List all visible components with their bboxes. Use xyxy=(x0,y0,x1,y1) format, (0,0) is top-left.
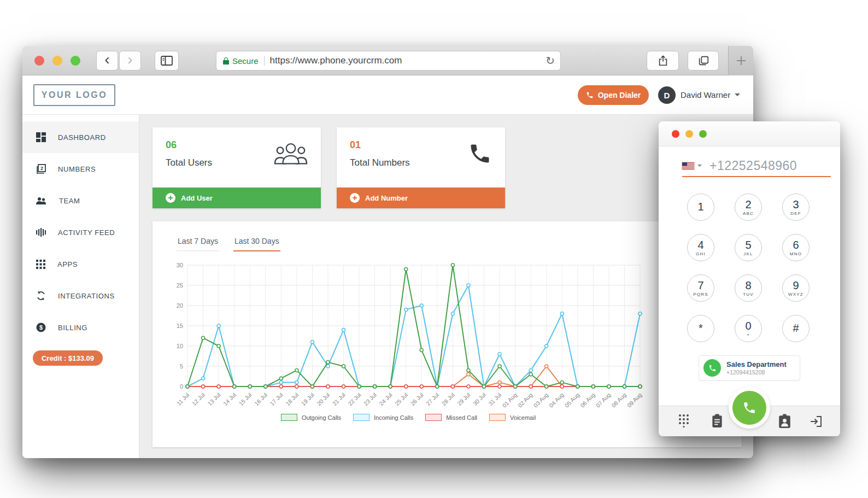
dialpad-key-hash[interactable]: # xyxy=(782,315,810,342)
user-avatar[interactable]: D xyxy=(658,86,676,104)
legend-item[interactable]: Voicemail xyxy=(489,414,536,421)
app-body: DASHBOARD 2 NUMBERS TEAM ACTIVITY FEED A… xyxy=(22,115,753,458)
sidebar-item-label: TEAM xyxy=(59,197,80,205)
svg-text:5: 5 xyxy=(180,363,183,370)
call-log-icon[interactable] xyxy=(711,414,723,428)
dialpad-key-star[interactable]: * xyxy=(687,315,714,342)
svg-text:08 Aug: 08 Aug xyxy=(610,391,627,409)
legend-item[interactable]: Missed Call xyxy=(425,414,477,421)
contact-card[interactable]: Sales Department +12094415208 xyxy=(699,355,800,380)
user-menu[interactable]: David Warner xyxy=(681,90,740,99)
toggle-sidebar-button[interactable] xyxy=(155,51,179,71)
sidebar-item-activity-feed[interactable]: ACTIVITY FEED xyxy=(22,216,139,248)
dialpad-key-8[interactable]: 8TUV xyxy=(735,274,762,302)
svg-text:03 Aug: 03 Aug xyxy=(532,391,549,409)
svg-text:27 Jul: 27 Jul xyxy=(425,391,440,407)
svg-text:20: 20 xyxy=(177,302,183,309)
minimize-window-button[interactable] xyxy=(52,56,62,66)
dialpad-key-5[interactable]: 5JKL xyxy=(735,234,762,261)
secure-lock-icon xyxy=(223,57,229,65)
forward-icon: › xyxy=(127,51,132,68)
svg-text:28 Jul: 28 Jul xyxy=(440,391,455,407)
forward-button[interactable]: › xyxy=(119,51,141,71)
total-users-card: 06 Total Users Add User xyxy=(153,127,321,208)
svg-text:04 Aug: 04 Aug xyxy=(548,391,565,409)
call-button[interactable] xyxy=(729,387,770,429)
share-icon xyxy=(657,54,669,67)
close-window-button[interactable] xyxy=(34,56,44,66)
sidebar-item-dashboard[interactable]: DASHBOARD xyxy=(22,121,139,153)
dialpad-key-7[interactable]: 7PQRS xyxy=(687,274,714,302)
svg-text:13 Jul: 13 Jul xyxy=(206,391,221,407)
phone-icon xyxy=(468,142,492,166)
dial-number-field[interactable]: +12252548960 xyxy=(682,155,831,177)
svg-text:24 Jul: 24 Jul xyxy=(378,391,393,407)
dashboard-icon xyxy=(36,132,46,142)
svg-text:29 Jul: 29 Jul xyxy=(456,391,471,407)
sidebar-item-numbers[interactable]: 2 NUMBERS xyxy=(22,153,139,185)
show-tabs-button[interactable] xyxy=(688,51,719,71)
svg-text:14 Jul: 14 Jul xyxy=(222,391,237,407)
sidebar-item-apps[interactable]: APPS xyxy=(22,248,139,280)
legend-label: Outgoing Calls xyxy=(302,414,341,421)
dialpad-key-2[interactable]: 2ABC xyxy=(735,194,762,221)
add-number-button[interactable]: Add Number xyxy=(337,188,505,208)
sidebar-item-billing[interactable]: $ BILLING xyxy=(22,312,139,343)
legend-item[interactable]: Outgoing Calls xyxy=(281,414,341,421)
back-button[interactable]: ‹ xyxy=(96,51,118,71)
legend-swatch xyxy=(281,414,297,421)
dialpad-key-3[interactable]: 3DEF xyxy=(782,194,810,221)
contact-phone-icon xyxy=(703,359,721,377)
sidebar-item-integrations[interactable]: INTEGRATIONS xyxy=(22,280,139,312)
chevron-down-icon[interactable] xyxy=(697,165,702,167)
svg-text:09 Aug: 09 Aug xyxy=(626,391,643,409)
user-name: David Warner xyxy=(681,90,730,99)
dialpad-key-4[interactable]: 4GHI xyxy=(687,234,714,261)
zoom-window-button[interactable] xyxy=(71,56,80,66)
dialpad-tab-icon[interactable] xyxy=(678,414,689,428)
svg-text:01 Aug: 01 Aug xyxy=(501,391,518,409)
sidebar-item-label: INTEGRATIONS xyxy=(58,292,115,300)
minimize-window-button[interactable] xyxy=(685,130,693,138)
call-phone-icon xyxy=(732,391,766,425)
svg-text:11 Jul: 11 Jul xyxy=(175,391,191,407)
legend-swatch xyxy=(353,414,370,421)
browser-window: ‹ › Secure https://www.phone.yourcrm.com… xyxy=(22,46,753,458)
dialpad-key-9[interactable]: 9WXYZ xyxy=(782,274,810,302)
dialpad-key-6[interactable]: 6MNO xyxy=(782,234,810,261)
zoom-window-button[interactable] xyxy=(699,130,707,138)
app-header: YOUR LOGO Open Dialer D David Warner xyxy=(22,75,753,115)
close-window-button[interactable] xyxy=(672,130,679,138)
calls-chart-card: Last 7 Days Last 30 Days 05101520253011 … xyxy=(153,221,742,447)
new-tab-button[interactable] xyxy=(728,46,753,75)
tabs-icon xyxy=(697,55,709,67)
contact-number: +12094415208 xyxy=(726,369,787,376)
dialpad-key-0[interactable]: 0+ xyxy=(735,315,762,342)
legend-item[interactable]: Incoming Calls xyxy=(353,414,413,421)
reload-icon[interactable]: ↻ xyxy=(546,54,555,67)
sidebar-item-team[interactable]: TEAM xyxy=(22,185,139,216)
sign-out-icon[interactable] xyxy=(810,415,823,428)
billing-icon: $ xyxy=(36,323,46,332)
sidebar: DASHBOARD 2 NUMBERS TEAM ACTIVITY FEED A… xyxy=(22,115,139,458)
dialer-titlebar xyxy=(659,121,840,147)
svg-text:17 Jul: 17 Jul xyxy=(268,391,284,407)
svg-text:05 Aug: 05 Aug xyxy=(564,391,581,409)
open-dialer-button[interactable]: Open Dialer xyxy=(578,85,649,105)
svg-text:15 Jul: 15 Jul xyxy=(237,391,253,407)
share-button[interactable] xyxy=(647,51,679,71)
phone-icon xyxy=(586,91,594,99)
chart-area: 05101520253011 Jul12 Jul13 Jul14 Jul15 J… xyxy=(168,260,649,426)
dialpad-key-1[interactable]: 1 xyxy=(687,194,714,221)
legend-swatch xyxy=(489,414,506,421)
activity-feed-icon xyxy=(36,227,46,237)
tab-last-30-days[interactable]: Last 30 Days xyxy=(233,237,280,251)
address-bar[interactable]: Secure https://www.phone.yourcrm.com ↻ xyxy=(216,51,561,71)
svg-text:25: 25 xyxy=(177,282,183,289)
contacts-icon[interactable] xyxy=(778,414,791,428)
add-user-button[interactable]: Add User xyxy=(153,188,321,208)
logo[interactable]: YOUR LOGO xyxy=(33,84,115,106)
svg-text:21 Jul: 21 Jul xyxy=(331,391,347,407)
numbers-icon: 2 xyxy=(36,164,46,174)
tab-last-7-days[interactable]: Last 7 Days xyxy=(177,237,219,251)
